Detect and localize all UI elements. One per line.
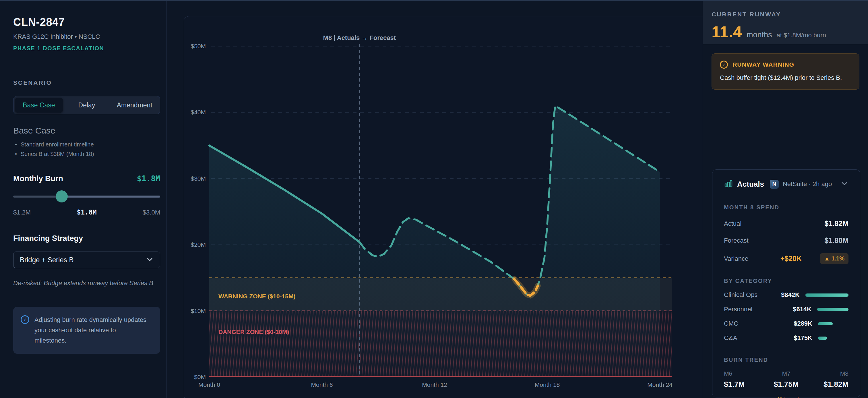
monthly-burn-label: Monthly Burn [13,174,63,183]
slider-min-label: $1.2M [13,209,31,216]
scenario-bullets: Standard enrollment timeline Series B at… [13,141,159,157]
slider-track[interactable] [62,195,160,197]
runway-warning-body: Cash buffer tight ($12.4M) prior to Seri… [720,73,846,83]
month-spend-header: MONTH 8 SPEND [724,204,848,211]
category-label: G&A [724,334,785,342]
financing-selected-option: Bridge + Series B [20,256,73,264]
svg-text:$30M: $30M [191,175,206,182]
trend-column: M6 $1.7M [724,370,766,389]
actuals-header: Actuals N NetSuite · 2h ago [724,179,848,189]
bar-chart-icon [724,179,733,189]
svg-text:$40M: $40M [191,109,206,116]
category-value: $842K [776,291,800,299]
category-value: $289K [785,320,812,327]
category-value: $175K [785,334,812,342]
svg-text:$10M: $10M [191,308,206,314]
financing-strategy-select[interactable]: Bridge + Series B [13,251,160,268]
variance-value: +$20K [780,254,802,263]
monthly-burn-header: Monthly Burn $1.8M [13,174,160,183]
scenario-heading: Base Case [13,126,159,135]
svg-text:Month 6: Month 6 [311,381,333,388]
svg-text:$20M: $20M [191,241,206,248]
category-bar [818,322,833,325]
tab-delay[interactable]: Delay [63,98,111,113]
category-bar [817,308,848,311]
current-runway-band: CURRENT RUNWAY 11.4 months at $1.8M/mo b… [703,1,868,44]
program-subtitle: KRAS G12C Inhibitor • NSCLC [13,33,159,40]
category-label: CMC [724,320,785,327]
scenario-bullet: Series B at $38M (Month 18) [13,151,159,157]
svg-text:$0M: $0M [194,374,206,380]
svg-text:$50M: $50M [191,43,206,50]
runway-months-value: 11.4 [712,22,742,41]
metrics-panel: CURRENT RUNWAY 11.4 months at $1.8M/mo b… [703,1,868,398]
spend-value: $1.80M [825,236,848,245]
slider-current-label: $1.8M [31,209,143,216]
financing-strategy-label: Financing Strategy [13,234,159,243]
slider-track-filled[interactable] [13,195,62,197]
slider-labels: $1.2M $1.8M $3.0M [13,209,160,216]
trend-value: $1.82M [807,380,848,389]
category-value: $614K [784,306,811,313]
program-phase: PHASE 1 DOSE ESCALATION [13,45,159,52]
runway-warning-card: i RUNWAY WARNING Cash buffer tight ($12.… [712,53,859,90]
runway-unit: months [747,30,772,39]
category-bar [818,337,827,340]
trend-month: M8 [807,370,848,377]
info-callout: i Adjusting burn rate dynamically update… [13,307,160,354]
trend-delta: ↗ +4% mo/mo [724,396,848,398]
warning-info-icon: i [720,61,728,69]
chevron-down-icon[interactable] [840,180,848,189]
scenario-bullet: Standard enrollment timeline [13,141,159,148]
spend-row-forecast: Forecast $1.80M [724,236,848,245]
variance-badge: ▲ 1.1% [820,253,848,264]
runway-burn-detail: at $1.8M/mo burn [776,32,826,39]
spend-label: Variance [724,255,748,263]
tab-base-case[interactable]: Base Case [15,98,63,113]
trend-month: M6 [724,370,766,377]
by-category-header: BY CATEGORY [724,278,848,284]
spend-row-actual: Actual $1.82M [724,219,848,228]
runway-chart-card: WARNING ZONE ($10-15M)DANGER ZONE ($0-10… [184,16,712,398]
scenario-tab-group: Base Case Delay Amendment [13,96,160,114]
svg-text:Month 18: Month 18 [535,381,560,388]
actuals-card: Actuals N NetSuite · 2h ago MONTH 8 SPEN… [712,170,860,397]
svg-text:M8 | Actuals → Forecast: M8 | Actuals → Forecast [323,34,396,41]
runway-dashboard: { "program": { "id": "CLN-2847", "subtit… [0,0,868,398]
trend-month: M7 [766,370,807,377]
category-label: Personnel [724,306,784,313]
burn-rate-slider[interactable] [13,192,160,201]
runway-chart: WARNING ZONE ($10-15M)DANGER ZONE ($0-10… [184,17,712,398]
category-row: Personnel $614K [724,306,848,313]
trend-column: M7 $1.75M [766,370,807,389]
category-row: G&A $175K [724,334,848,342]
runway-warning-title: RUNWAY WARNING [733,61,794,68]
tab-amendment[interactable]: Amendment [111,98,158,113]
scenario-section-label: SCENARIO [13,79,159,86]
slider-thumb[interactable] [56,190,68,203]
netsuite-logo-icon: N [770,180,779,189]
spend-label: Actual [724,220,741,227]
trend-column: M8 $1.82M [807,370,848,389]
slider-max-label: $3.0M [143,209,160,216]
spend-label: Forecast [724,237,749,244]
category-bar [805,294,848,297]
monthly-burn-value: $1.8M [137,174,160,183]
current-runway-label: CURRENT RUNWAY [712,11,868,18]
category-row: Clinical Ops $842K [724,291,848,299]
category-label: Clinical Ops [724,291,776,299]
program-id: CLN-2847 [13,16,159,28]
spend-row-variance: Variance +$20K ▲ 1.1% [724,253,848,264]
actuals-title: Actuals [737,180,764,189]
info-callout-text: Adjusting burn rate dynamically updates … [34,315,149,346]
scenario-sidebar: CLN-2847 KRAS G12C Inhibitor • NSCLC PHA… [0,1,166,398]
spend-value: $1.82M [825,219,848,228]
burn-trend-header: BURN TREND [724,357,848,363]
actuals-source: NetSuite · 2h ago [783,180,832,188]
svg-text:Month 0: Month 0 [198,381,220,388]
trend-value: $1.75M [766,380,807,389]
category-row: CMC $289K [724,320,848,327]
svg-text:Month 12: Month 12 [422,381,447,388]
financing-note: De-risked: Bridge extends runway before … [13,278,160,288]
chevron-down-icon [146,255,154,264]
